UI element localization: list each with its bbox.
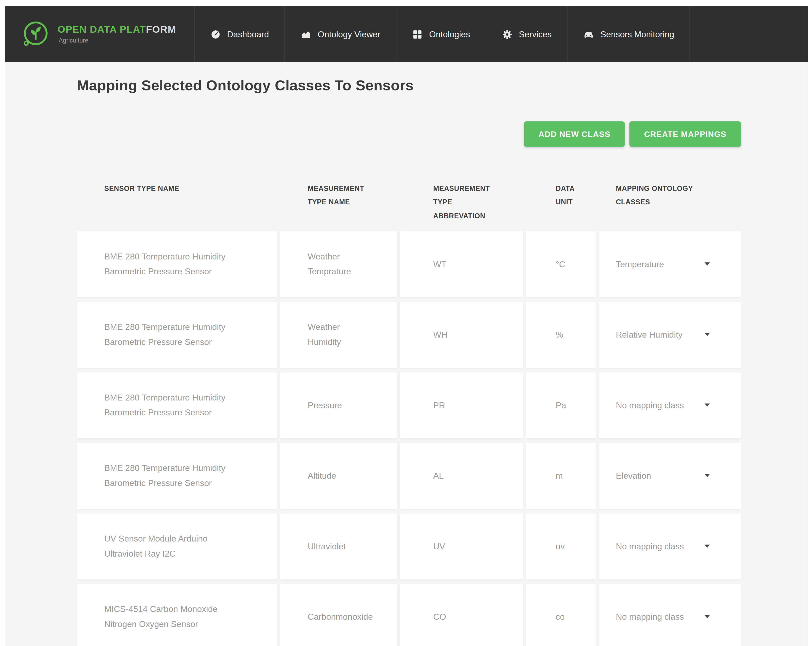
mapping-class-dropdown[interactable]: Relative Humidity (616, 327, 710, 343)
page: OPEN DATA PLATFORM Agriculture Dashboard (0, 0, 812, 646)
mapping-class-value: No mapping class (616, 539, 684, 554)
mapping-class-value: Elevation (616, 468, 651, 483)
brand-logo[interactable]: OPEN DATA PLATFORM Agriculture (5, 6, 194, 62)
nav-item-ontology-viewer[interactable]: Ontology Viewer (284, 6, 396, 62)
chevron-down-icon (705, 333, 710, 337)
page-title: Mapping Selected Ontology Classes To Sen… (77, 77, 808, 94)
mapping-cell: Relative Humidity (599, 302, 741, 367)
mapping-cell: Elevation (599, 443, 741, 509)
gear-icon (502, 29, 513, 40)
nav-label: Services (519, 29, 552, 39)
nav-label: Dashboard (227, 29, 269, 39)
data-unit: % (526, 302, 596, 367)
table-body: BME 280 Temperature Humidity Barometric … (77, 232, 741, 646)
nav-item-sensors-monitoring[interactable]: Sensors Monitoring (567, 6, 690, 62)
mappings-table: SENSOR TYPE NAME MEASUREMENT TYPE NAME M… (77, 182, 741, 646)
mapping-class-dropdown[interactable]: Temperature (616, 256, 710, 272)
measurement-type-abbrevation: WT (400, 232, 523, 297)
nav-label: Sensors Monitoring (600, 29, 674, 39)
chevron-down-icon (705, 545, 710, 548)
measurement-type-abbrevation: WH (400, 302, 523, 367)
table-row: BME 280 Temperature Humidity Barometric … (77, 302, 741, 367)
sensor-type-name: BME 280 Temperature Humidity Barometric … (77, 443, 277, 509)
brand-title-primary: OPEN DATA PLAT (58, 24, 146, 35)
sensor-type-name: MICS-4514 Carbon Monoxide Nitrogen Oxyge… (77, 584, 277, 646)
data-unit: m (526, 443, 596, 509)
measurement-type-name: Altitude (280, 443, 397, 509)
measurement-type-name: Carbonmonoxide (280, 584, 397, 646)
data-unit: co (526, 584, 596, 646)
brand-title-secondary: FORM (146, 24, 176, 35)
measurement-type-name: Weather Humidity (280, 302, 397, 367)
action-buttons: ADD NEW CLASS CREATE MAPPINGS (5, 121, 741, 147)
data-unit: uv (526, 513, 596, 579)
table-row: UV Sensor Module Arduino Ultraviolet Ray… (77, 513, 741, 579)
measurement-type-abbrevation: CO (400, 584, 523, 646)
nav-item-dashboard[interactable]: Dashboard (194, 6, 284, 62)
sensor-type-name: UV Sensor Module Arduino Ultraviolet Ray… (77, 513, 277, 579)
tachometer-icon (210, 29, 221, 40)
mapping-cell: No mapping class (599, 584, 741, 646)
mapping-cell: No mapping class (599, 372, 741, 438)
main-content: Mapping Selected Ontology Classes To Sen… (5, 62, 808, 646)
nav-label: Ontology Viewer (317, 29, 380, 39)
measurement-type-abbrevation: AL (400, 443, 523, 509)
measurement-type-name: Weather Temprature (280, 232, 397, 297)
header-sensor-type-name: SENSOR TYPE NAME (77, 182, 277, 223)
nav-item-services[interactable]: Services (486, 6, 567, 62)
table-row: BME 280 Temperature Humidity Barometric … (77, 372, 741, 438)
header-mapping-ontology-classes: MAPPING ONTOLOGY CLASSES (599, 182, 741, 223)
measurement-type-name: Ultraviolet (280, 513, 397, 579)
mapping-class-dropdown[interactable]: No mapping class (616, 609, 710, 625)
nav-divider (690, 6, 690, 62)
sensor-type-name: BME 280 Temperature Humidity Barometric … (77, 372, 277, 438)
top-navigation-bar: OPEN DATA PLATFORM Agriculture Dashboard (5, 6, 808, 62)
mapping-cell: Temperature (599, 232, 741, 297)
create-mappings-button[interactable]: CREATE MAPPINGS (629, 121, 741, 147)
table-row: BME 280 Temperature Humidity Barometric … (77, 232, 741, 297)
table-row: MICS-4514 Carbon Monoxide Nitrogen Oxyge… (77, 584, 741, 646)
nav-label: Ontologies (429, 29, 470, 39)
data-unit: Pa (526, 372, 596, 438)
header-measurement-type-name: MEASUREMENT TYPE NAME (280, 182, 397, 223)
nav-items: Dashboard Ontology Viewer Ontologie (194, 6, 690, 62)
chevron-down-icon (705, 616, 710, 619)
table-header-row: SENSOR TYPE NAME MEASUREMENT TYPE NAME M… (77, 182, 741, 223)
nav-item-ontologies[interactable]: Ontologies (396, 6, 485, 62)
mapping-class-dropdown[interactable]: No mapping class (616, 539, 710, 554)
mapping-class-dropdown[interactable]: Elevation (616, 468, 710, 483)
grid-icon (412, 29, 423, 40)
mapping-class-value: No mapping class (616, 398, 684, 413)
mapping-class-value: Temperature (616, 256, 664, 272)
chevron-down-icon (705, 404, 710, 407)
chevron-down-icon (705, 263, 710, 266)
mapping-class-value: Relative Humidity (616, 327, 682, 343)
data-unit: °C (526, 232, 596, 297)
plant-logo-icon (21, 20, 50, 49)
area-chart-icon (301, 29, 311, 40)
brand-title: OPEN DATA PLATFORM (58, 24, 176, 35)
sensor-type-name: BME 280 Temperature Humidity Barometric … (77, 232, 277, 297)
mapping-cell: No mapping class (599, 513, 741, 579)
measurement-type-name: Pressure (280, 372, 397, 438)
measurement-type-abbrevation: PR (400, 372, 523, 438)
brand-subtitle: Agriculture (58, 37, 176, 44)
header-data-unit: DATA UNIT (526, 182, 596, 223)
chevron-down-icon (705, 474, 710, 477)
car-icon (583, 29, 594, 40)
mapping-class-value: No mapping class (616, 609, 684, 625)
sensor-type-name: BME 280 Temperature Humidity Barometric … (77, 302, 277, 367)
measurement-type-abbrevation: UV (400, 513, 523, 579)
mapping-class-dropdown[interactable]: No mapping class (616, 398, 710, 413)
brand-text: OPEN DATA PLATFORM Agriculture (58, 24, 176, 44)
table-row: BME 280 Temperature Humidity Barometric … (77, 443, 741, 509)
add-new-class-button[interactable]: ADD NEW CLASS (524, 121, 625, 147)
header-measurement-type-abbrevation: MEASUREMENT TYPE ABBREVATION (400, 182, 523, 223)
